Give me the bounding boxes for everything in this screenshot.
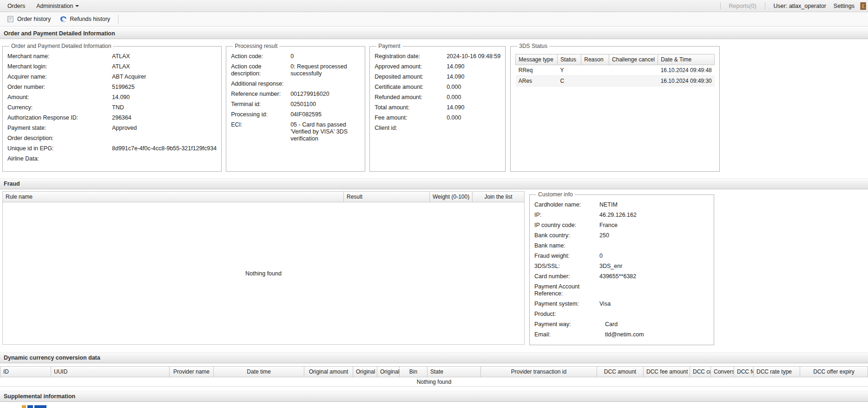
field-row: Card number:439655**6382	[534, 273, 709, 280]
field-label: Certificate amount:	[375, 84, 447, 91]
field-value: 0	[599, 253, 603, 260]
field-value: 14.090	[447, 104, 464, 111]
field-row: Client id:	[375, 125, 500, 132]
field-label: Fee amount:	[375, 114, 447, 121]
field-row: Product:	[534, 311, 709, 318]
dcc-col-dcc-offer-expiry[interactable]: DCC offer expiry	[800, 366, 868, 377]
field-value: 0.000	[447, 114, 461, 121]
field-label: ECI:	[231, 121, 290, 142]
field-label: Payment system:	[534, 301, 599, 308]
field-label: Card number:	[534, 273, 599, 280]
menu-administration-label: Administration	[36, 3, 73, 9]
menubar-separator	[765, 2, 765, 9]
field-value: ATLAX	[112, 53, 130, 60]
field-label: Fraud weight:	[534, 253, 599, 260]
fraud-col-join-list[interactable]: Join the list	[473, 191, 525, 202]
dcc-col-dcc-currency[interactable]: DCC curr	[690, 366, 711, 377]
user-label: User: atlax_operator	[770, 3, 830, 9]
field-row: Acquirer name:ABT Acquirer	[7, 74, 217, 80]
fraud-col-result[interactable]: Result	[344, 191, 430, 202]
threeds-col-challenge-cancel[interactable]: Challenge cancel	[609, 54, 658, 65]
order-history-icon	[7, 15, 14, 23]
field-row: IP:46.29.126.162	[534, 212, 709, 219]
toolbar-separator	[118, 15, 118, 24]
field-row: Airline Data:	[7, 155, 217, 162]
field-value: Visa	[599, 301, 611, 308]
menu-settings[interactable]: Settings	[830, 3, 858, 9]
detail-panels-row: Order and Payment Detailed Information M…	[0, 39, 868, 172]
field-value: Approved	[112, 125, 137, 132]
field-row: Deposited amount:14.090	[375, 74, 500, 80]
threeds-col-status[interactable]: Status	[557, 54, 581, 65]
field-label: Acquirer name:	[7, 74, 112, 80]
field-label: Action code description:	[231, 63, 290, 77]
dcc-col-id[interactable]: ID	[0, 366, 51, 377]
clipped-content-fragment	[27, 405, 33, 408]
threeds-status-panel: 3DS Status Message type Status Reason Ch…	[510, 43, 720, 172]
processing-result-panel: Processing result Action code:0 Action c…	[226, 43, 365, 172]
field-value: 0: Request processed successfully	[290, 63, 360, 77]
field-row: Payment state:Approved	[7, 125, 217, 132]
field-row: Total amount:14.090	[375, 104, 500, 111]
threeds-header-row: Message type Status Reason Challenge can…	[516, 54, 715, 65]
fraud-section-bar: Fraud	[0, 178, 868, 189]
dcc-col-provider-name[interactable]: Provider name	[170, 366, 214, 377]
menu-orders[interactable]: Orders	[2, 3, 31, 9]
dcc-col-original-fee[interactable]: Original f	[353, 366, 377, 377]
dcc-col-dcc-rate-type[interactable]: DCC rate type	[754, 366, 800, 377]
cell-challenge-cancel	[609, 76, 658, 87]
field-label: Payment state:	[7, 125, 112, 132]
field-row: Refunded amount:0.000	[375, 94, 500, 101]
field-label: Client id:	[375, 125, 447, 132]
field-label: Action code:	[231, 53, 290, 60]
logout-button[interactable]	[860, 2, 866, 10]
field-label: IP country code:	[534, 222, 599, 229]
dcc-col-dcc-fee-amount[interactable]: DCC fee amount	[644, 366, 690, 377]
processing-result-legend: Processing result	[233, 43, 279, 49]
field-value: 02501100	[290, 101, 360, 108]
supplemental-clipped-content	[0, 402, 868, 408]
supplemental-section-title: Supplemental information	[4, 393, 75, 400]
field-label: Email:	[534, 331, 599, 338]
field-row: Unique id in EPG:8d991c7e-4f0c-4cc8-9b55…	[7, 145, 217, 152]
field-label: Merchant login:	[7, 63, 112, 70]
refunds-history-label: Refunds history	[70, 16, 110, 22]
field-value: 05 - Card has passed 'Verified by VISA' …	[290, 121, 360, 142]
threeds-col-datetime[interactable]: Date & Time	[658, 54, 715, 65]
field-value: NETIM	[599, 201, 618, 208]
field-row: Action code description:0: Request proce…	[231, 63, 360, 77]
fraud-col-rule-name[interactable]: Rule name	[2, 191, 344, 202]
dcc-col-dcc-amount[interactable]: DCC amount	[597, 366, 644, 377]
dcc-col-state[interactable]: State	[427, 366, 481, 377]
field-value: TND	[112, 104, 124, 111]
dcc-col-original-currency[interactable]: Original c	[377, 366, 400, 377]
menu-reports[interactable]: Reports(0)	[725, 3, 760, 9]
threeds-row[interactable]: RReq Y 16.10.2024 09:49:48	[516, 65, 715, 76]
field-label: Registration date:	[375, 53, 447, 60]
dcc-table-header: ID UUID Provider name Date time Original…	[0, 366, 868, 377]
dcc-section-title: Dynamic currency conversion data	[4, 354, 100, 361]
field-row: Cardholder name:NETIM	[534, 201, 709, 208]
dcc-col-conversion[interactable]: Conversi	[711, 366, 734, 377]
field-row: Registration date:2024-10-16 09:48:59	[375, 53, 500, 60]
page-title-bar: Order and Payment Detailed Information	[0, 28, 868, 39]
field-value: ABT Acquirer	[112, 74, 146, 80]
threeds-col-message-type[interactable]: Message type	[516, 54, 558, 65]
dcc-col-original-amount[interactable]: Original amount	[304, 366, 353, 377]
dcc-col-bin[interactable]: Bin	[400, 366, 427, 377]
cell-reason	[581, 65, 609, 76]
dcc-col-date-time[interactable]: Date time	[214, 366, 304, 377]
fraud-col-weight[interactable]: Weight (0-100)	[430, 191, 473, 202]
order-history-button[interactable]: Order history	[3, 13, 55, 25]
dcc-col-dcc-fee[interactable]: DCC fee	[734, 366, 754, 377]
field-label: 3DS/SSL:	[534, 263, 599, 270]
menu-administration[interactable]: Administration	[31, 3, 85, 9]
field-label: Bank country:	[534, 232, 599, 239]
field-value: 0	[290, 53, 360, 60]
threeds-status-legend: 3DS Status	[517, 43, 549, 49]
refunds-history-button[interactable]: Refunds history	[55, 14, 114, 25]
dcc-col-uuid[interactable]: UUID	[51, 366, 170, 377]
threeds-col-reason[interactable]: Reason	[581, 54, 609, 65]
threeds-row[interactable]: ARes C 16.10.2024 09:49:30	[516, 76, 715, 87]
dcc-col-provider-transaction-id[interactable]: Provider transaction id	[481, 366, 597, 377]
